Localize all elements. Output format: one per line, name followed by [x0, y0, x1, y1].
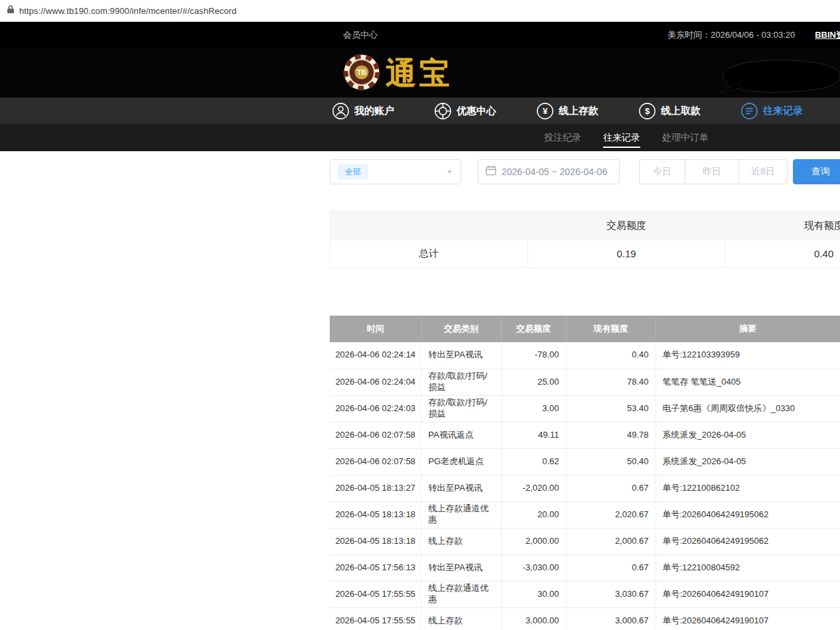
withdraw-icon: $	[638, 102, 656, 120]
table-row: 2026-04-06 02:24:14转出至PA视讯-78.000.40单号:1…	[330, 342, 840, 369]
table-row: 2026-04-06 02:07:58PA视讯返点49.1149.78系统派发_…	[330, 422, 840, 448]
category-select[interactable]: 全部 ▼	[330, 159, 461, 184]
redaction-scribble	[718, 58, 840, 94]
cell-type: 存款/取款/打码/损益	[421, 395, 501, 422]
cell-summary: 单号:202604064249195062	[656, 501, 840, 528]
cell-time: 2026-04-06 02:24:04	[330, 369, 421, 395]
cell-amount: 2,000.00	[501, 528, 566, 554]
cell-balance: 53.40	[566, 395, 656, 422]
cell-balance: 49.78	[566, 422, 656, 448]
summary-total-label: 总计	[330, 240, 528, 268]
today-button[interactable]: 今日	[639, 159, 685, 184]
records-table: 时间 交易类别 交易额度 现有额度 摘要 2026-04-06 02:24:14…	[330, 316, 840, 630]
search-button[interactable]: 查询	[793, 159, 840, 184]
cell-time: 2026-04-06 02:24:14	[330, 342, 421, 369]
cell-balance: 78.40	[566, 369, 656, 395]
records-icon	[740, 102, 758, 120]
summary-header-row: 交易额度 现有额度	[330, 212, 840, 240]
brand-logo[interactable]: TB 通宝	[343, 54, 453, 94]
cell-time: 2026-04-05 17:55:55	[330, 607, 421, 630]
cell-balance: 2,020.67	[566, 501, 656, 528]
cell-time: 2026-04-05 18:13:18	[330, 501, 421, 528]
filter-row: 全部 ▼ 2026-04-05 ~ 2026-04-06 今日 昨日 近8日 查…	[330, 159, 840, 184]
table-row: 2026-04-06 02:24:04存款/取款/打码/损益25.0078.40…	[330, 369, 840, 395]
user-icon	[332, 102, 350, 120]
records-table-header: 时间 交易类别 交易额度 现有额度 摘要	[330, 316, 840, 342]
cell-type: 线上存款通道优惠	[421, 501, 501, 528]
nav-item-promotions[interactable]: 优惠中心	[434, 102, 496, 120]
category-selected-tag[interactable]: 全部	[338, 164, 368, 179]
nav-item-online-deposit[interactable]: ¥ 线上存款	[536, 102, 598, 120]
nav-label: 优惠中心	[456, 105, 496, 117]
summary-total-balance: 0.40	[725, 240, 840, 268]
promo-icon	[434, 102, 452, 120]
eastern-time-label: 美东时间：2026/04/06 - 03:03:20	[667, 29, 795, 41]
last-8-days-button[interactable]: 近8日	[738, 159, 788, 184]
cell-time: 2026-04-06 02:07:58	[330, 422, 421, 448]
cell-type: 线上存款	[421, 607, 501, 630]
records-table-body: 2026-04-06 02:24:14转出至PA视讯-78.000.40单号:1…	[330, 342, 840, 630]
cell-balance: 0.67	[566, 554, 656, 581]
summary-total-row: 总计 0.19 0.40	[330, 240, 840, 268]
cell-amount: 0.62	[501, 448, 566, 475]
table-row: 2026-04-05 18:13:27转出至PA视讯-2,020.000.67单…	[330, 475, 840, 501]
cell-amount: -2,020.00	[501, 475, 566, 501]
cell-time: 2026-04-05 18:13:27	[330, 475, 421, 501]
chevron-down-icon: ▼	[446, 168, 453, 175]
cell-type: 转出至PA视讯	[421, 342, 501, 369]
table-row: 2026-04-05 17:55:55线上存款通道优惠30.003,030.67…	[330, 581, 840, 607]
subnav-item-processing-orders[interactable]: 处理中订单	[662, 124, 709, 151]
cell-summary: 系统派发_2026-04-05	[656, 422, 840, 448]
cell-type: 线上存款通道优惠	[421, 581, 501, 607]
cell-balance: 0.40	[566, 342, 656, 369]
cell-summary: 单号:122100862102	[656, 475, 840, 501]
cell-balance: 50.40	[566, 448, 656, 475]
subnav-item-transaction-records[interactable]: 往来记录	[603, 124, 640, 151]
calendar-icon	[486, 165, 496, 178]
cell-amount: 3,000.00	[501, 607, 566, 630]
cell-type: PA视讯返点	[421, 422, 501, 448]
cell-type: 线上存款	[421, 528, 501, 554]
member-center-label: 会员中心	[343, 22, 378, 48]
nav-label: 往来记录	[763, 105, 803, 117]
yesterday-button[interactable]: 昨日	[685, 159, 739, 184]
nav-item-transaction-records[interactable]: 往来记录	[740, 102, 803, 120]
cell-amount: 49.11	[501, 422, 566, 448]
table-row: 2026-04-05 17:56:13转出至PA视讯-3,030.000.67单…	[330, 554, 840, 581]
cell-summary: 系统派发_2026-04-05	[656, 448, 840, 475]
cell-amount: -3,030.00	[501, 554, 566, 581]
poker-chip-icon: TB	[343, 54, 380, 94]
svg-text:$: $	[645, 106, 650, 116]
nav-item-my-account[interactable]: 我的账户	[332, 102, 394, 120]
url-text: https://www.tb190.com:9900/infe/mcenter/…	[19, 6, 236, 16]
cell-summary: 单号:202604064249195062	[656, 528, 840, 554]
nav-label: 线上存款	[559, 105, 598, 117]
header-balance: 现有额度	[566, 316, 656, 342]
table-row: 2026-04-05 18:13:18线上存款2,000.002,000.67单…	[330, 528, 840, 554]
svg-text:¥: ¥	[543, 106, 548, 116]
cell-type: 转出至PA视讯	[421, 554, 501, 581]
cell-balance: 0.67	[566, 475, 656, 501]
header-type: 交易类别	[421, 316, 501, 342]
cell-time: 2026-04-06 02:24:03	[330, 395, 421, 422]
cell-type: 转出至PA视讯	[421, 475, 501, 501]
header-summary: 摘要	[656, 316, 840, 342]
sub-nav: 投注纪录 往来记录 处理中订单	[0, 124, 840, 151]
cell-amount: 25.00	[501, 369, 566, 395]
logo-band: TB 通宝	[0, 48, 840, 97]
cell-summary: 单号:202604064249190107	[656, 581, 840, 607]
summary-table: 交易额度 现有额度 总计 0.19 0.40	[330, 211, 840, 268]
table-row: 2026-04-06 02:24:03存款/取款/打码/损益3.0053.40电…	[330, 395, 840, 422]
quick-date-buttons: 今日 昨日 近8日	[639, 159, 788, 184]
cell-amount: 20.00	[501, 501, 566, 528]
date-range-input[interactable]: 2026-04-05 ~ 2026-04-06	[478, 159, 620, 184]
cell-balance: 2,000.67	[566, 528, 656, 554]
subnav-item-bet-records[interactable]: 投注纪录	[544, 124, 581, 151]
bbin-link[interactable]: BBIN资	[815, 29, 840, 41]
cell-time: 2026-04-06 02:07:58	[330, 448, 421, 475]
cell-time: 2026-04-05 17:56:13	[330, 554, 421, 581]
nav-item-online-withdrawal[interactable]: $ 线上取款	[638, 102, 701, 120]
summary-balance-header: 现有额度	[725, 212, 840, 240]
browser-address-bar[interactable]: https://www.tb190.com:9900/infe/mcenter/…	[0, 0, 840, 22]
table-row: 2026-04-06 02:07:58PG老虎机返点0.6250.40系统派发_…	[330, 448, 840, 475]
